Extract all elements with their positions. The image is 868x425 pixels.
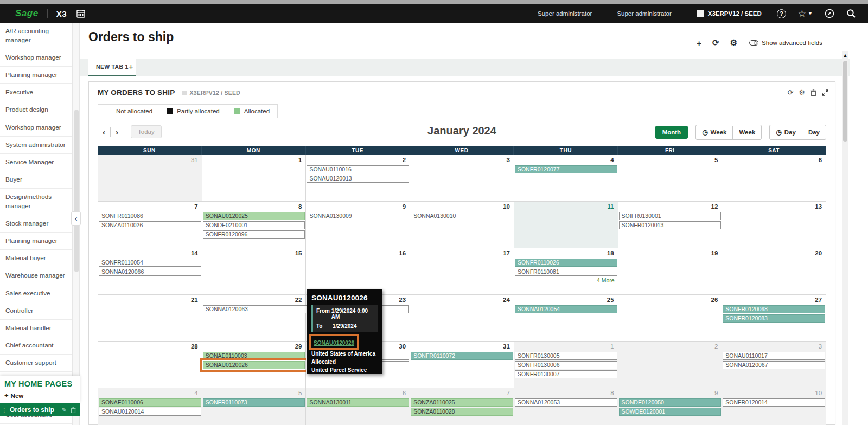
day-cell[interactable]: 20 [722,248,826,295]
view-workday-button[interactable]: ◷Day [770,125,802,139]
calendar-event[interactable]: SONFR0110072 [411,352,513,360]
day-cell[interactable]: 9SONNA0130009 [306,202,410,248]
search-icon[interactable] [846,9,856,18]
calendar-event[interactable]: SONAU0120025 [203,212,305,220]
day-cell[interactable]: 16 [306,248,410,295]
sidebar-item[interactable]: Warehouse manager [0,267,72,285]
view-day-button[interactable]: Day [802,126,826,139]
day-cell[interactable]: 27SONFR0120068SONFR0120083 [722,295,826,342]
calendar-event[interactable]: SONFR0120014 [723,398,825,407]
day-cell[interactable]: 18SONFR0110026SONFR01100814 More [514,248,618,295]
day-cell[interactable]: 3 [410,155,514,202]
calendar-icon[interactable] [76,9,85,18]
sidebar-item[interactable]: Material handler [0,320,72,337]
day-cell[interactable]: 2 [618,342,723,388]
widget-trash-icon[interactable] [810,89,816,96]
day-cell[interactable]: 10SONFR0120014 [722,388,826,425]
day-cell[interactable]: 7SONFR0110086SONZA0110026 [98,202,202,248]
sidebar-item[interactable]: Planning manager [0,233,72,250]
calendar-event[interactable]: SOWDE0120001 [619,408,722,416]
day-cell[interactable]: 1SONFR0130005SONFR0130006SONFR0130007 [514,342,618,388]
day-cell[interactable]: 31 [98,155,202,202]
sidebar-item[interactable]: A/R accounting manager [0,23,72,49]
day-cell[interactable]: 3SONAU0110017SONNA0120067 [722,342,826,388]
calendar-event[interactable]: SONAU0120013 [307,175,409,183]
day-cell[interactable]: 4SONFR0120077 [514,155,618,202]
sidebar-item[interactable]: Workshop manager [0,49,72,67]
calendar-event[interactable]: SONAU0110016 [307,165,409,173]
day-cell[interactable]: 21 [98,295,202,342]
widget-gear-icon[interactable]: ⚙ [799,88,805,96]
sidebar-collapse-icon[interactable]: ‹ [71,211,81,226]
day-cell[interactable]: 2SONAU0110016SONAU0120013 [306,155,410,202]
calendar-event[interactable]: SONFR0110054 [99,259,201,267]
calendar-event[interactable]: SONNA0130010 [411,212,513,220]
calendar-event[interactable]: SONNA0130011 [307,398,409,407]
day-cell[interactable]: 14SONFR0110054SONNA0120066 [98,248,202,295]
edit-pencil-icon[interactable]: ✎ [62,407,67,414]
day-cell[interactable]: 26 [618,295,723,342]
day-cell[interactable]: 4SONAE0110006SONAU0120014 [98,388,202,425]
calendar-event[interactable]: SONFR0110073 [203,398,305,407]
calendar-event[interactable]: SONAU0110017 [723,352,825,360]
calendar-event[interactable]: SONZA0110026 [99,221,201,229]
calendar-event[interactable]: SONDE0120050 [619,398,722,407]
view-workweek-button[interactable]: ◷Week [696,125,732,139]
calendar-event[interactable]: SONAU0120014 [99,408,201,416]
day-cell[interactable]: 7SONZA0110025SONZA0110028 [410,388,514,425]
sidebar-item[interactable]: Product design [0,101,72,119]
sidebar-item[interactable]: Service Manager [0,154,72,171]
day-cell[interactable]: 8SONAU0120025SONDE0210001SONFR0120096 [202,202,307,248]
day-cell[interactable]: 22SONNA0120063 [202,295,307,342]
calendar-event[interactable]: SONFR0120083 [723,314,825,323]
day-cell[interactable]: 6SONNA0130011 [306,388,410,425]
day-cell[interactable]: 29SONAE0110003SONAU0120026 [202,342,307,388]
day-cell[interactable]: 9SONDE0120050SOWDE0120001 [618,388,723,425]
calendar-event[interactable]: SONFR0130006 [515,361,617,369]
more-events-link[interactable]: 4 More [514,277,618,284]
day-cell[interactable]: 10SONNA0130010 [410,202,514,248]
calendar-event[interactable]: SONZA0110028 [411,408,513,416]
calendar-event[interactable]: SONNA0120067 [723,361,825,369]
sidebar-item[interactable]: Sales executive [0,285,72,302]
calendar-event[interactable]: SONNA0120054 [515,305,617,313]
calendar-event[interactable]: SONNA0120053 [515,398,617,407]
calendar-event[interactable]: SONAE0110006 [99,398,201,407]
calendar-event[interactable]: SONFR0120068 [723,305,825,313]
day-cell[interactable]: 12SOIFR0130001SONFR0120013 [618,202,723,248]
calendar-event[interactable]: SONAE0110003 [203,352,305,360]
help-icon[interactable]: ? [777,9,786,18]
day-cell[interactable]: 24 [410,295,514,342]
calendar-event[interactable]: SONFR0120013 [619,221,722,229]
page-scrollbar-thumb[interactable] [843,61,847,142]
delete-trash-icon[interactable] [71,407,76,413]
sidebar-item[interactable]: Design/methods manager [0,189,72,215]
view-month-button[interactable]: Month [655,126,688,139]
sidebar-item[interactable]: Controller [0,302,72,320]
calendar-event[interactable]: SONFR0110026 [515,259,617,267]
new-home-page-button[interactable]: +New [4,391,75,400]
refresh-icon[interactable]: ⟳ [712,38,719,48]
sidebar-item[interactable]: System administrator [0,137,72,154]
calendar-event[interactable]: SONFR0130007 [515,370,617,378]
sidebar-item[interactable]: Planning manager [0,67,72,84]
sage-logo[interactable]: Sage [15,8,39,19]
sidebar-item[interactable]: Chief accountant [0,337,72,355]
day-cell[interactable]: 15 [202,248,307,295]
scroll-up-icon[interactable]: ▲ [842,52,848,59]
day-cell[interactable]: 19 [618,248,723,295]
sidebar-item[interactable]: Executive [0,84,72,101]
sidebar-scrollbar-thumb[interactable] [74,110,79,272]
day-cell[interactable]: 28 [98,342,202,388]
add-tab-button[interactable]: + [129,62,133,71]
sidebar-item[interactable]: Workshop manager [0,119,72,137]
navigation-compass-icon[interactable] [825,9,834,18]
calendar-event[interactable]: SONFR0110086 [99,212,201,220]
calendar-event[interactable]: SONNA0120066 [99,268,201,276]
user-name[interactable]: Super administrator [617,10,671,17]
tooltip-order-link[interactable]: SONAU0120026 [314,340,354,346]
sidebar-item[interactable]: Customer support [0,355,72,372]
day-cell[interactable]: 31SONFR0110072 [410,342,514,388]
calendar-event[interactable]: SONAU0120026 [203,361,305,369]
day-cell[interactable]: 8SONNA0120053 [514,388,618,425]
